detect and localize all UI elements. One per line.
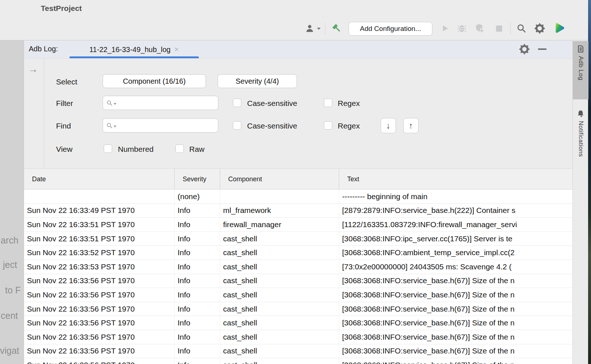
log-component-cell: cast_shell [220,274,339,288]
settings-button[interactable] [534,22,545,35]
find-input[interactable] [117,120,218,131]
background-window-strip: archjectto Fcentvigat [0,40,24,364]
log-severity-cell: Info [174,344,220,358]
title-bar: TestProject Add Configuration... [0,0,588,40]
hammer-icon [330,23,341,34]
sidebar-tab-label: Notifications [577,121,584,157]
log-file-tab[interactable]: 11-22_16-33-49_hub_log × [70,40,199,59]
table-row[interactable]: Sun Nov 22 16:33:56 PST 1970 Info cast_s… [24,316,572,330]
stop-icon [496,25,502,32]
user-account-button[interactable] [304,22,315,35]
toolbar-separator [510,23,511,35]
table-row[interactable]: Sun Nov 22 16:33:49 PST 1970 Info ml_fra… [24,204,572,218]
right-arrow-icon[interactable]: → [28,64,38,75]
user-icon [305,24,314,33]
log-component-cell: cast_shell [220,358,339,364]
log-component-cell: cast_shell [220,288,339,302]
log-text-cell: --------- beginning of main [339,190,572,203]
build-button[interactable] [330,22,341,35]
column-header-text[interactable]: Text [339,169,572,189]
log-date-cell: Sun Nov 22 16:33:56 PST 1970 [24,316,174,330]
search-history-caret-icon[interactable] [114,103,116,105]
table-row[interactable]: (none) --------- beginning of main [24,190,572,204]
panel-header: Adb Log: 11-22_16-33-49_hub_log × [24,40,572,59]
log-text-cell: [3068:3068:INFO:ipc_server.cc(1765)] Ser… [339,232,572,246]
log-text-cell: [73:0x2e00000000] 24043505 ms: Scavenge … [339,260,572,274]
run-button[interactable] [440,22,451,35]
table-row[interactable]: Sun Nov 22 16:33:56 PST 1970 Info cast_s… [24,330,572,344]
background-text-fragment: to F [5,285,21,296]
find-regex-checkbox[interactable] [324,121,332,130]
log-component-cell: ml_framework [220,204,339,218]
numbered-checkbox[interactable] [104,145,112,153]
add-configuration-button[interactable]: Add Configuration... [349,22,432,36]
search-history-caret-icon[interactable] [114,126,116,127]
search-everywhere-button[interactable] [516,22,527,35]
log-date-cell: Sun Nov 22 16:33:56 PST 1970 [24,302,174,316]
raw-label: Raw [189,145,205,154]
component-filter-button[interactable]: Component (16/16) [103,74,206,88]
shield-play-icon [475,23,485,33]
log-date-cell: Sun Nov 22 16:33:56 PST 1970 [24,330,174,344]
filter-case-sensitive-checkbox[interactable] [233,99,241,107]
sidebar-tab-notifications[interactable]: Notifications [573,106,588,170]
numbered-label: Numbered [118,145,154,154]
table-row[interactable]: Sun Nov 22 16:33:52 PST 1970 Info cast_s… [24,246,572,260]
panel-side-toolbar: → [24,59,44,169]
bell-icon [576,110,585,118]
tool-window-bar: Adb Log Notifications [572,40,588,364]
table-row[interactable]: Sun Nov 22 16:33:56 PST 1970 Info cast_s… [24,344,572,359]
document-icon [576,45,585,53]
component-filter-label: Component (16/16) [123,77,186,86]
debug-button[interactable] [456,22,467,35]
filter-input[interactable] [117,98,218,108]
sidebar-tab-adb-log[interactable]: Adb Log [573,41,588,99]
find-next-button[interactable]: ↓ [381,118,396,133]
filter-regex-checkbox[interactable] [324,99,332,107]
table-row[interactable]: Sun Nov 22 16:33:56 PST 1970 Info cast_s… [24,274,572,288]
filter-case-sensitive-label: Case-sensitive [247,99,297,108]
column-header-severity[interactable]: Severity [174,169,220,189]
table-row[interactable]: Sun Nov 22 16:33:53 PST 1970 Info cast_s… [24,260,572,274]
log-severity-cell: Info [174,316,220,330]
log-severity-cell: (none) [174,190,220,203]
close-icon[interactable]: × [174,46,179,54]
column-header-component[interactable]: Component [220,169,339,189]
log-date-cell [24,190,174,203]
log-text-cell: [3068:3068:INFO:service_base.h(67)] Size… [339,330,572,344]
log-component-cell: cast_shell [220,246,339,260]
log-date-cell: Sun Nov 22 16:33:49 PST 1970 [24,204,174,218]
log-severity-cell: Info [174,246,220,260]
log-date-cell: Sun Nov 22 16:33:51 PST 1970 [24,232,174,246]
log-text-cell: [3068:3068:INFO:service_base.h(67)] Size… [339,288,572,302]
log-component-cell: cast_shell [220,260,339,274]
log-severity-cell: Info [174,218,220,232]
table-row[interactable]: Sun Nov 22 16:33:56 PST 1970 Info cast_s… [24,288,572,302]
stop-button[interactable] [493,22,504,35]
column-header-date[interactable]: Date [24,169,174,189]
log-component-cell: cast_shell [220,330,339,344]
table-row[interactable]: Sun Nov 22 16:33:56 PST 1970 Info cast_s… [24,358,572,364]
profile-button[interactable] [475,22,485,35]
log-severity-cell: Info [174,330,220,344]
raw-checkbox[interactable] [175,145,184,153]
log-text-cell: [3068:3068:INFO:service_base.h(67)] Size… [339,358,572,364]
find-previous-button[interactable]: ↑ [403,118,419,133]
log-component-cell: cast_shell [220,344,339,358]
table-row[interactable]: Sun Nov 22 16:33:51 PST 1970 Info cast_s… [24,232,572,246]
log-component-cell: cast_shell [220,316,339,330]
panel-settings-button[interactable] [519,44,531,55]
find-regex-label: Regex [338,122,360,130]
table-row[interactable]: Sun Nov 22 16:33:56 PST 1970 Info cast_s… [24,302,572,316]
severity-filter-button[interactable]: Severity (4/4) [218,74,297,88]
arrow-down-icon: ↓ [386,121,390,131]
filter-search-box [103,96,218,110]
table-row[interactable]: Sun Nov 22 16:33:51 PST 1970 Info firewa… [24,218,572,232]
log-date-cell: Sun Nov 22 16:33:51 PST 1970 [24,218,174,232]
search-icon [516,23,527,33]
bug-icon [457,23,467,33]
log-severity-cell: Info [174,260,220,274]
hide-panel-button[interactable] [538,48,547,50]
ide-logo-icon [552,22,566,35]
find-case-sensitive-checkbox[interactable] [233,121,241,130]
